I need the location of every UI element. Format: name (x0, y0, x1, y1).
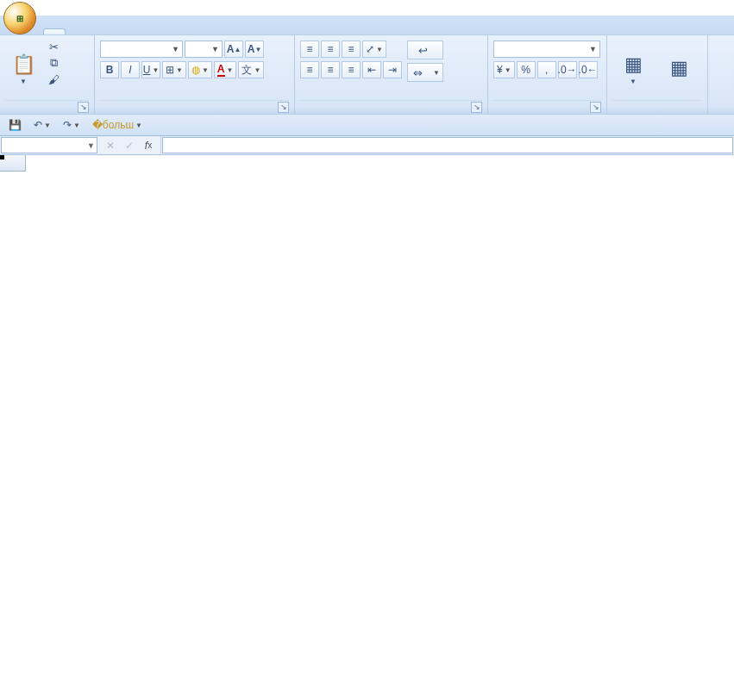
worksheet-grid[interactable] (0, 155, 734, 700)
enter-button[interactable]: ✓ (121, 138, 138, 153)
save-button[interactable]: 💾 (5, 116, 25, 134)
chevron-down-icon: ▼ (87, 141, 95, 150)
tab-developer[interactable] (190, 29, 210, 34)
office-button[interactable]: ⊞ (3, 2, 36, 34)
font-name-combo[interactable]: ▼ (100, 41, 183, 58)
cut-button[interactable]: ✂ (43, 39, 67, 54)
merge-center-button[interactable]: ⇔ ▼ (407, 63, 443, 82)
conditional-format-button[interactable]: ▦ ▼ (612, 37, 654, 99)
chevron-down-icon: ▼ (586, 45, 597, 53)
number-launcher[interactable]: ↘ (590, 102, 601, 113)
percent-button[interactable]: % (517, 61, 536, 78)
borders-button[interactable]: ⊞▼ (162, 61, 186, 78)
save-icon: 💾 (9, 119, 22, 131)
redo-icon: ↷ (63, 119, 72, 131)
name-box[interactable]: ▼ (1, 137, 97, 153)
formula-bar: ▼ ✕ ✓ fx (0, 136, 734, 155)
alignment-launcher[interactable]: ↘ (471, 102, 482, 113)
tab-view[interactable] (169, 29, 190, 34)
font-launcher[interactable]: ↘ (278, 102, 289, 113)
fill-color-button[interactable]: ◍▼ (188, 61, 212, 78)
shrink-font-button[interactable]: A▼ (245, 41, 264, 58)
quick-access-toolbar: 💾 ↶▼ ↷▼ �больш▼ (0, 114, 734, 136)
align-middle-button[interactable]: ≡ (321, 41, 340, 58)
undo-icon: ↶ (34, 119, 42, 131)
decrease-decimal-button[interactable]: .0← (579, 61, 598, 78)
align-bottom-button[interactable]: ≡ (342, 41, 361, 58)
paste-icon: 📋 (10, 52, 36, 78)
bold-button[interactable]: B (100, 61, 119, 78)
number-format-combo[interactable]: ▼ (493, 41, 600, 58)
copy-icon: ⧉ (47, 56, 60, 70)
tab-start[interactable] (43, 28, 66, 34)
chevron-down-icon: ▼ (168, 45, 179, 53)
format-painter-button[interactable]: 🖌 (43, 72, 67, 87)
tab-data[interactable] (128, 29, 148, 34)
select-all-corner[interactable] (0, 155, 26, 172)
align-center-button[interactable]: ≡ (321, 61, 340, 78)
italic-button[interactable]: I (121, 61, 140, 78)
phonetic-button[interactable]: 文▼ (238, 61, 264, 78)
gear-icon: �больш (92, 119, 134, 131)
ribbon-tabs (0, 16, 734, 34)
ribbon: 📋 ▼ ✂ ⧉ 🖌 ↘ (0, 34, 734, 114)
align-left-button[interactable]: ≡ (300, 61, 319, 78)
tab-page-layout[interactable] (86, 29, 107, 34)
formula-input[interactable] (162, 137, 733, 153)
table-style-icon: ▦ (666, 55, 692, 81)
align-top-button[interactable]: ≡ (300, 41, 319, 58)
brush-icon: 🖌 (47, 72, 60, 86)
increase-decimal-button[interactable]: .0→ (558, 61, 577, 78)
accounting-format-button[interactable]: ¥▼ (493, 61, 515, 78)
clipboard-launcher[interactable]: ↘ (78, 102, 89, 113)
grow-font-button[interactable]: A▲ (224, 41, 243, 58)
qat-custom-button[interactable]: �больш▼ (89, 116, 146, 134)
undo-button[interactable]: ↶▼ (30, 116, 54, 134)
align-right-button[interactable]: ≡ (342, 61, 361, 78)
copy-button[interactable]: ⧉ (43, 55, 67, 71)
fx-button[interactable]: fx (140, 138, 157, 153)
font-size-combo[interactable]: ▼ (185, 41, 223, 58)
redo-button[interactable]: ↷▼ (60, 116, 84, 134)
tab-formulas[interactable] (107, 29, 128, 34)
paste-button[interactable]: 📋 ▼ (5, 37, 41, 99)
bucket-icon: ◍ (191, 64, 200, 76)
wrap-icon: ↩ (417, 43, 430, 57)
orientation-button[interactable]: ⤢▼ (362, 41, 386, 58)
underline-button[interactable]: U▼ (141, 61, 160, 78)
increase-indent-button[interactable]: ⇥ (383, 61, 402, 78)
tab-insert[interactable] (66, 29, 86, 34)
format-as-table-button[interactable]: ▦ (656, 37, 702, 99)
conditional-format-icon: ▦ (620, 52, 646, 78)
comma-button[interactable]: , (537, 61, 556, 78)
font-color-button[interactable]: A▼ (214, 61, 237, 78)
scissors-icon: ✂ (47, 40, 60, 53)
tab-review[interactable] (148, 29, 169, 34)
decrease-indent-button[interactable]: ⇤ (362, 61, 381, 78)
chevron-down-icon: ▼ (208, 45, 219, 53)
cancel-button[interactable]: ✕ (102, 138, 119, 153)
merge-icon: ⇔ (411, 66, 424, 79)
borders-icon: ⊞ (166, 64, 174, 76)
wrap-text-button[interactable]: ↩ (407, 41, 443, 59)
